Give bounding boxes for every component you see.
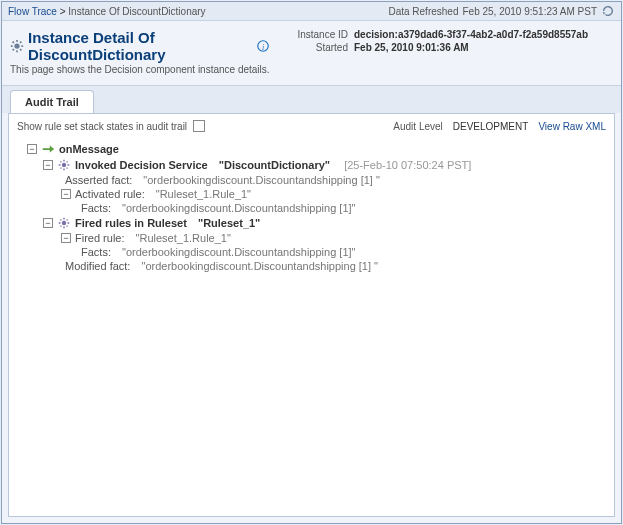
svg-text:i: i: [262, 43, 264, 52]
breadcrumb-current: Instance Of DiscountDictionary: [68, 6, 205, 17]
fired-rule-label: Fired rule:: [75, 232, 125, 244]
expand-icon[interactable]: −: [61, 233, 71, 243]
svg-point-0: [14, 43, 19, 48]
activated-value: "Ruleset_1.Rule_1": [156, 188, 251, 200]
fired-facts-value: "orderbookingdiscount.Discountandshippin…: [122, 246, 355, 258]
fired-ruleset-name: "Ruleset_1": [198, 217, 260, 229]
invoked-timestamp: [25-Feb-10 07:50:24 PST]: [344, 159, 471, 171]
tree-node-fired-rule: − Fired rule: "Ruleset_1.Rule_1": [61, 232, 606, 244]
view-raw-xml-link[interactable]: View Raw XML: [538, 121, 606, 132]
tab-audit-trail[interactable]: Audit Trail: [10, 90, 94, 113]
tree-node-onmessage: − onMessage: [27, 142, 606, 156]
breadcrumb-flow-trace[interactable]: Flow Trace: [8, 6, 57, 17]
expand-icon[interactable]: −: [27, 144, 37, 154]
refresh-icon[interactable]: [601, 4, 615, 18]
onmessage-label: onMessage: [59, 143, 119, 155]
fired-ruleset-label: Fired rules in Ruleset: [75, 217, 187, 229]
activated-facts-value: "orderbookingdiscount.Discountandshippin…: [122, 202, 355, 214]
tree-node-activated: − Activated rule: "Ruleset_1.Rule_1": [61, 188, 606, 200]
started-label: Started: [280, 42, 348, 53]
refresh-label: Data Refreshed: [388, 6, 458, 17]
tree-node-invoked: − Invoked Decision Service "DiscountDict…: [43, 158, 606, 172]
page-title: Instance Detail Of DiscountDictionary: [28, 29, 252, 63]
tree-node-asserted: Asserted fact: "orderbookingdiscount.Dis…: [65, 174, 606, 186]
modified-value: "orderbookingdiscount.Discountandshippin…: [141, 260, 378, 272]
tree-node-activated-facts: Facts: "orderbookingdiscount.Discountand…: [81, 202, 606, 214]
gear-small-icon: [57, 158, 71, 172]
tree-node-fired-ruleset: − Fired rules in Ruleset "Ruleset_1": [43, 216, 606, 230]
gear-icon: [10, 39, 24, 53]
asserted-value: "orderbookingdiscount.Discountandshippin…: [143, 174, 380, 186]
svg-point-4: [62, 221, 66, 225]
stack-states-label: Show rule set stack states in audit trai…: [17, 121, 187, 132]
audit-content: Show rule set stack states in audit trai…: [8, 113, 615, 517]
refresh-timestamp: Feb 25, 2010 9:51:23 AM PST: [462, 6, 597, 17]
stack-states-checkbox[interactable]: [193, 120, 205, 132]
instance-id-label: Instance ID: [280, 29, 348, 40]
breadcrumb: Flow Trace > Instance Of DiscountDiction…: [8, 6, 206, 17]
instance-id-value: decision:a379dad6-3f37-4ab2-a0d7-f2a59d8…: [354, 29, 588, 40]
arrow-right-icon: [41, 142, 55, 156]
activated-label: Activated rule:: [75, 188, 145, 200]
expand-icon[interactable]: −: [43, 160, 53, 170]
svg-point-3: [62, 163, 66, 167]
invoked-label: Invoked Decision Service: [75, 159, 208, 171]
audit-tree: − onMessage − Invoked Decision Service "…: [17, 142, 606, 272]
expand-icon[interactable]: −: [43, 218, 53, 228]
tree-node-fired-facts: Facts: "orderbookingdiscount.Discountand…: [81, 246, 606, 258]
asserted-label: Asserted fact:: [65, 174, 132, 186]
expand-icon[interactable]: −: [61, 189, 71, 199]
audit-level-label: Audit Level: [393, 121, 442, 132]
audit-level-value: DEVELOPMENT: [453, 121, 529, 132]
breadcrumb-sep: >: [60, 6, 66, 17]
tree-node-modified: Modified fact: "orderbookingdiscount.Dis…: [65, 260, 606, 272]
fired-facts-label: Facts:: [81, 246, 111, 258]
fired-rule-value: "Ruleset_1.Rule_1": [136, 232, 231, 244]
modified-label: Modified fact:: [65, 260, 130, 272]
started-value: Feb 25, 2010 9:01:36 AM: [354, 42, 469, 53]
page-subtitle: This page shows the Decision component i…: [10, 64, 270, 75]
invoked-name: "DiscountDictionary": [219, 159, 330, 171]
info-icon[interactable]: i: [256, 39, 270, 53]
gear-small-icon: [57, 216, 71, 230]
activated-facts-label: Facts:: [81, 202, 111, 214]
